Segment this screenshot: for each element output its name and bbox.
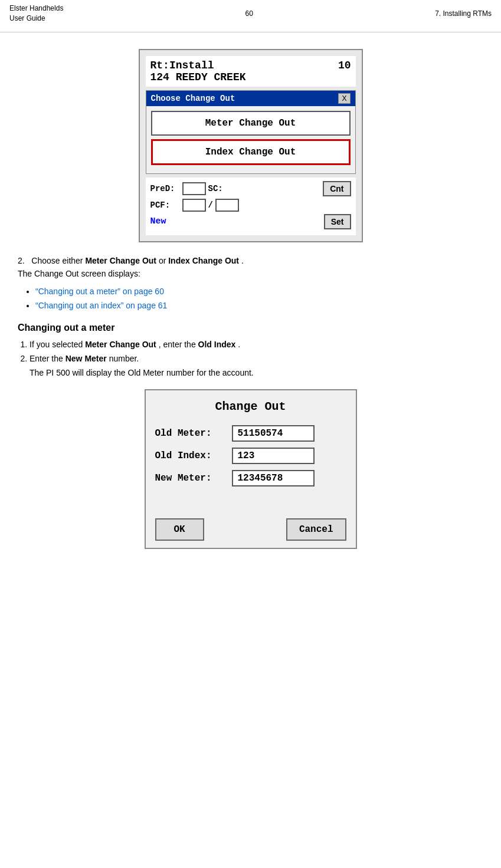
change-out-buttons: OK Cancel (146, 509, 356, 548)
step2-prefix: Choose either (31, 256, 83, 265)
step2b-prefix: Enter the (30, 354, 63, 363)
pcf-label: PCF: (150, 200, 180, 210)
change-out-title: Change Out (146, 390, 356, 420)
or-text: or (159, 256, 168, 265)
change-out-screen-text: The Change Out screen displays: (18, 269, 140, 278)
set-btn[interactable]: Set (324, 214, 351, 229)
meter-change-out-bold: Meter Change Out (85, 256, 156, 265)
old-index-label: Old Index: (155, 451, 232, 461)
step1-suffix: , enter the (159, 340, 196, 349)
old-index-value: 123 (232, 448, 315, 464)
link-index[interactable]: “Changing out an index” on page 61 (35, 301, 167, 310)
step1-bold: Meter Change Out (85, 340, 156, 349)
old-meter-value: 51150574 (232, 425, 315, 442)
cnt-btn[interactable]: Cnt (323, 181, 351, 196)
step1-period: . (238, 340, 240, 349)
period: . (241, 256, 244, 265)
old-index-row: Old Index: 123 (155, 448, 346, 464)
device-screenshot-1: Rt:Install 10 124 REEDY CREEK Choose Cha… (139, 49, 363, 242)
index-change-out-btn[interactable]: Index Change Out (151, 139, 351, 165)
choose-change-out-dialog: Choose Change Out X Meter Change Out Ind… (146, 90, 356, 174)
old-meter-label: Old Meter: (155, 428, 232, 439)
step-1: If you selected Meter Change Out , enter… (30, 338, 483, 352)
sc-label: SC: (208, 184, 223, 193)
new-meter-value: 12345678 (232, 470, 315, 486)
cancel-button[interactable]: Cancel (286, 518, 346, 541)
app-title: Elster Handhelds (9, 4, 63, 14)
pi500-text: The PI 500 will display the Old Meter nu… (30, 368, 254, 377)
chapter-title: 7. Installing RTMs (435, 9, 492, 18)
pcf-input2[interactable] (215, 199, 239, 212)
changing-out-meter-heading: Changing out a meter (18, 323, 483, 333)
dialog-close-btn[interactable]: X (338, 93, 350, 104)
route-label: Rt:Install (150, 60, 214, 71)
links-list: “Changing out a meter” on page 60 “Chang… (35, 285, 483, 313)
index-change-out-bold: Index Change Out (168, 256, 239, 265)
bullet-item-1: “Changing out a meter” on page 60 (35, 285, 483, 299)
route-number: 10 (338, 60, 351, 71)
device-top-area: Rt:Install 10 124 REEDY CREEK (146, 56, 356, 87)
dialog-title-text: Choose Change Out (151, 94, 235, 103)
header-left: Elster Handhelds User Guide (9, 4, 63, 24)
pcf-row: PCF: / (150, 199, 351, 212)
link-meter[interactable]: “Changing out a meter” on page 60 (35, 287, 164, 296)
step-2b: Enter the New Meter number. The PI 500 w… (30, 352, 483, 380)
step1-bold2: Old Index (198, 340, 236, 349)
main-content: Rt:Install 10 124 REEDY CREEK Choose Cha… (0, 37, 501, 579)
new-set-row: New Set (150, 214, 351, 229)
pcf-input1[interactable] (182, 199, 206, 212)
steps-list: If you selected Meter Change Out , enter… (30, 338, 483, 380)
step2-instruction: 2. Choose either Meter Change Out or Ind… (18, 254, 483, 281)
step2b-bold: New Meter (66, 354, 107, 363)
page-number: 60 (245, 9, 253, 18)
bullet-item-2: “Changing out an index” on page 61 (35, 299, 483, 313)
device-bottom-controls: PreD: SC: Cnt PCF: / New Set (146, 177, 356, 235)
new-meter-label: New Meter: (155, 473, 232, 484)
route-line: Rt:Install 10 (150, 60, 351, 71)
pred-input[interactable] (182, 182, 206, 195)
step2-number: 2. (18, 256, 29, 265)
new-meter-row: New Meter: 12345678 (155, 470, 346, 486)
dialog-title-bar: Choose Change Out X (146, 91, 355, 106)
step2b-suffix: number. (109, 354, 139, 363)
meter-change-out-btn[interactable]: Meter Change Out (151, 111, 351, 136)
pred-label: PreD: (150, 184, 180, 193)
new-label: New (150, 216, 166, 226)
change-out-fields: Old Meter: 51150574 Old Index: 123 New M… (146, 420, 356, 497)
ok-button[interactable]: OK (155, 518, 204, 541)
address-line: 124 REEDY CREEK (150, 71, 351, 83)
device-screenshot-2: Change Out Old Meter: 51150574 Old Index… (145, 389, 357, 549)
pred-row: PreD: SC: Cnt (150, 181, 351, 196)
guide-subtitle: User Guide (9, 14, 63, 24)
old-meter-row: Old Meter: 51150574 (155, 425, 346, 442)
step1-prefix: If you selected (30, 340, 83, 349)
page-header: Elster Handhelds User Guide 60 7. Instal… (0, 0, 501, 27)
header-divider (0, 32, 501, 32)
dialog-body: Meter Change Out Index Change Out (146, 106, 355, 173)
slash: / (208, 200, 213, 210)
